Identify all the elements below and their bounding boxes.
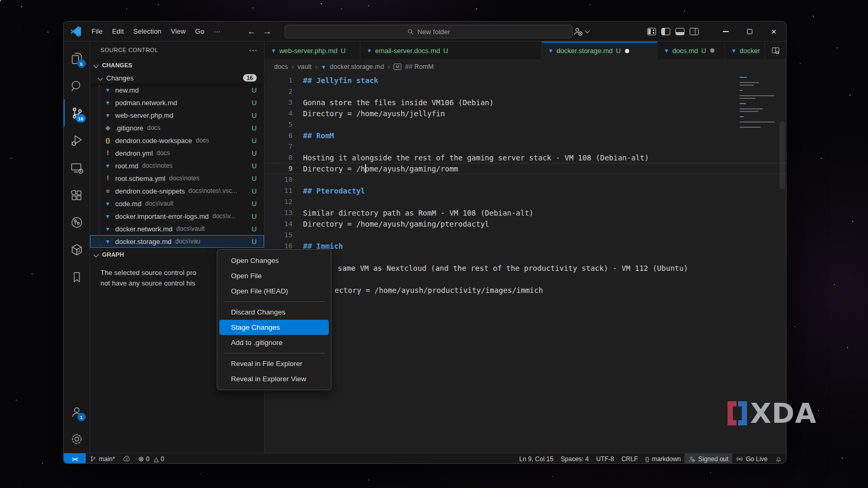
changed-file-row[interactable]: ≡ dendron.code-snippets docs\notes\.vsc.…	[90, 185, 264, 197]
editor-tab[interactable]: ▼ docs.md U	[658, 42, 725, 59]
activity-settings[interactable]	[64, 425, 90, 453]
nav-forward-button[interactable]: →	[263, 27, 271, 36]
changed-file-row[interactable]: ▼ docker.storage.md docs\vau U	[90, 235, 264, 248]
editor-line[interactable]: 18 same VM as Nextcloud (and the rest of…	[265, 262, 786, 273]
changed-file-row[interactable]: ! root.schema.yml docs\notes U	[90, 172, 264, 185]
notifications-bell[interactable]	[771, 453, 786, 464]
text-editor[interactable]: 1 ## Jellyfin stack 2 3 Gonna sto	[265, 74, 786, 453]
menu-item[interactable]: File	[87, 25, 107, 37]
context-menu-item[interactable]: Stage Changes	[219, 320, 329, 335]
activity-remote-explorer[interactable]	[64, 154, 90, 181]
editor-line[interactable]: 17	[265, 251, 786, 262]
context-menu-item[interactable]: Open File	[219, 268, 329, 283]
editor-scrollbar[interactable]	[779, 74, 786, 453]
editor-line[interactable]: 8 Hosting it alongside the rest of the g…	[265, 152, 786, 163]
sync-changes-button[interactable]	[119, 453, 135, 464]
changed-file-row[interactable]: ▼ root.md docs\notes U	[90, 159, 264, 172]
editor-line[interactable]: 10	[265, 174, 786, 185]
toggle-primary-sidebar-button[interactable]	[661, 28, 670, 35]
activity-search[interactable]	[64, 72, 90, 99]
changed-file-row[interactable]: ▼ podman.network.md U	[90, 96, 264, 109]
context-menu-item[interactable]: Reveal in Explorer View	[219, 371, 329, 387]
editor-line[interactable]: 1 ## Jellyfin stack	[265, 75, 786, 86]
changed-file-row[interactable]: {} dendron.code-workspace docs U	[90, 134, 264, 147]
remote-indicator[interactable]: ><	[64, 453, 86, 464]
changed-file-row[interactable]: ▼ docker.important-error-logs.md docs\v.…	[90, 210, 264, 222]
changes-tree-node[interactable]: Changes 16	[90, 72, 264, 84]
changed-file-row[interactable]: ▼ web-server.php.md U	[90, 109, 264, 121]
minimap[interactable]	[740, 77, 778, 129]
xda-left-bracket-icon	[728, 401, 736, 425]
editor-line[interactable]: 12	[265, 196, 786, 207]
editor-line[interactable]: 4 Directory = /home/ayush/jellyfin	[265, 108, 786, 119]
context-menu-item[interactable]: Discard Changes	[219, 304, 329, 320]
toggle-panel-button[interactable]	[675, 28, 684, 35]
context-menu-item[interactable]: Reveal in File Explorer	[219, 356, 329, 371]
eol-status[interactable]: CRLF	[618, 453, 641, 464]
context-menu-item[interactable]: Add to .gitignore	[219, 335, 329, 350]
editor-tab[interactable]: ▼ docker	[725, 42, 765, 59]
changes-section-header[interactable]: CHANGES	[90, 58, 264, 72]
maximize-button[interactable]	[738, 22, 762, 42]
editor-line[interactable]: 14 Directory = /home/ayush/gaming/pterod…	[265, 218, 786, 229]
open-preview-icon[interactable]	[771, 46, 780, 55]
context-menu-item[interactable]: Open File (HEAD)	[219, 283, 329, 299]
menu-item[interactable]: Edit	[107, 25, 128, 37]
activity-run-debug[interactable]	[64, 127, 90, 154]
problems-status[interactable]: ⊗ 0 △ 0	[135, 453, 168, 464]
branch-status[interactable]: main*	[86, 453, 119, 464]
nav-back-button[interactable]: ←	[247, 27, 256, 36]
activity-containers[interactable]	[64, 236, 90, 263]
activity-source-control[interactable]: 16	[64, 99, 90, 127]
editor-line[interactable]: 5	[265, 119, 786, 130]
context-menu-item[interactable]: Open Changes	[219, 253, 329, 268]
breadcrumb-file[interactable]: docker.storage.md	[330, 63, 384, 70]
editor-line[interactable]: 13 Similar directory path as RomM - VM 1…	[265, 207, 786, 218]
signed-out-status[interactable]: Signed out	[684, 453, 732, 464]
close-button[interactable]: ✕	[762, 22, 786, 42]
changed-file-row[interactable]: ▼ new.md U	[90, 84, 264, 96]
editor-line[interactable]: 3 Gonna store the files inside VM106 (De…	[265, 97, 786, 108]
editor-line[interactable]: 15	[265, 229, 786, 240]
line-text: Gonna store the files inside VM106 (Debi…	[303, 98, 493, 107]
editor-tab[interactable]: ▼ docker.storage.md U	[542, 42, 658, 60]
encoding-status[interactable]: UTF-8	[592, 453, 618, 464]
changed-file-row[interactable]: ▼ docker.network.md docs\vault U	[90, 222, 264, 235]
editor-tab[interactable]: ▼ web-server.php.md U	[265, 42, 360, 59]
language-mode[interactable]: {} markdown	[642, 453, 685, 464]
indentation-status[interactable]: Spaces: 4	[557, 453, 592, 464]
customize-layout-button[interactable]	[647, 28, 656, 35]
activity-extensions[interactable]	[64, 181, 90, 209]
editor-line[interactable]: 16 ## Immich	[265, 240, 786, 251]
editor-line[interactable]: 7	[265, 141, 786, 152]
editor-line[interactable]: 19	[265, 273, 786, 284]
scrollbar-thumb[interactable]	[780, 121, 785, 189]
editor-line[interactable]: 9 Directory = /home/ayush/gaming/romm	[265, 163, 786, 174]
menu-item[interactable]: ···	[209, 25, 225, 37]
command-center-search[interactable]: New folder	[285, 25, 573, 38]
menu-item[interactable]: View	[166, 25, 190, 37]
activity-bookmarks[interactable]	[64, 263, 90, 291]
activity-explorer[interactable]: 5	[64, 45, 90, 72]
editor-line[interactable]: 11 ## Pterodactyl	[265, 185, 786, 196]
changed-file-row[interactable]: ▼ code.md docs\vault U	[90, 197, 264, 210]
editor-line[interactable]: 2	[265, 86, 786, 97]
account-menu[interactable]	[573, 26, 589, 37]
editor-tab[interactable]: ▼ email-server.docs.md U	[360, 42, 542, 59]
changed-file-row[interactable]: ! dendron.yml docs U	[90, 147, 264, 159]
menu-item[interactable]: Selection	[128, 25, 166, 37]
minimize-button[interactable]	[713, 22, 738, 42]
sidebar-more-actions[interactable]: ···	[249, 46, 258, 54]
go-live-button[interactable]: Go Live	[732, 453, 771, 464]
cursor-position[interactable]: Ln 9, Col 15	[516, 453, 557, 464]
toggle-secondary-sidebar-button[interactable]	[690, 28, 699, 35]
breadcrumb-folder[interactable]: docs	[274, 63, 288, 70]
editor-line[interactable]: 20 ectory = /home/ayush/productivity/ima…	[265, 284, 786, 296]
editor-line[interactable]: 6 ## RomM	[265, 130, 786, 141]
activity-git-graph[interactable]	[64, 209, 90, 236]
breadcrumb-symbol[interactable]: ## RomM	[405, 63, 433, 70]
menu-item[interactable]: Go	[190, 25, 209, 37]
changed-file-row[interactable]: ◆ .gitignore docs U	[90, 121, 264, 134]
breadcrumb-folder[interactable]: vault	[298, 63, 311, 70]
activity-accounts[interactable]: 1	[64, 398, 90, 425]
